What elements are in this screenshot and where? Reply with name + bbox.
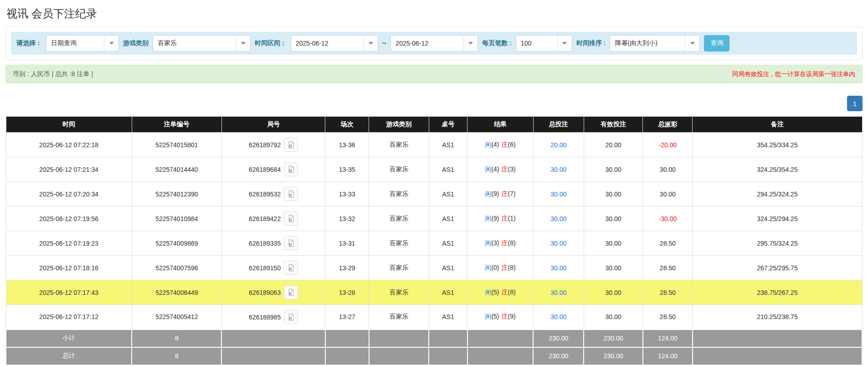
query-mode-select[interactable]: 日期查询 <box>46 35 119 52</box>
cell-time: 2025-06-12 07:17:12 <box>6 305 132 330</box>
query-mode-label: 请选择： <box>16 39 42 47</box>
video-file-icon <box>287 165 295 173</box>
cell-remark: 324.25/354.25 <box>693 157 862 182</box>
video-replay-button[interactable] <box>284 236 298 250</box>
summary-label: 总计 <box>6 347 132 365</box>
video-replay-button[interactable] <box>284 187 298 201</box>
cell-time: 2025-06-12 07:18:16 <box>6 256 132 280</box>
cell-total-bet: 20.00 <box>533 133 584 157</box>
page: 视讯 会员下注纪录 请选择： 日期查询 游戏类别 百家乐 时间区间： 2025-… <box>0 0 868 366</box>
table-row: 2025-06-12 07:17:12 522574005412 6261889… <box>6 305 862 330</box>
round-id-value: 626189335 <box>249 240 281 247</box>
cell-time: 2025-06-12 07:21:34 <box>6 157 132 182</box>
cell-valid-bet: 30.00 <box>584 305 643 330</box>
video-replay-button[interactable] <box>284 285 298 299</box>
page-number-button[interactable]: 1 <box>847 96 863 111</box>
result-banker-score: (8) <box>508 289 516 296</box>
table-row: 2025-06-12 07:19:56 522574010984 6261894… <box>6 206 862 231</box>
header-result: 结果 <box>467 117 534 133</box>
result-banker-score: (6) <box>508 141 516 148</box>
result-banker-label: 庄 <box>502 264 508 271</box>
table-header: 时间 注单编号 局号 场次 游戏类别 桌号 结果 总投注 有效投注 总派彩 备注 <box>6 117 862 133</box>
table-row: 2025-06-12 07:22:18 522574015801 6261897… <box>6 133 862 157</box>
filter-panel: 请选择： 日期查询 游戏类别 百家乐 时间区间： 2025-06-12 ~ 20… <box>5 26 863 60</box>
result-player-label: 闲 <box>485 264 491 271</box>
cell-bet-id: 522574012390 <box>132 182 221 206</box>
cell-payout: 28.50 <box>643 256 693 280</box>
video-replay-button[interactable] <box>284 261 298 275</box>
result-player-label: 闲 <box>485 190 491 197</box>
cell-total-bet: 30.00 <box>533 256 584 280</box>
chevron-down-icon[interactable] <box>557 36 572 51</box>
cell-valid-bet: 30.00 <box>584 182 643 206</box>
pagination: 1 <box>5 96 863 111</box>
video-replay-button[interactable] <box>284 310 298 324</box>
cell-remark: 324.25/294.25 <box>693 206 862 231</box>
cell-total-bet: 30.00 <box>533 182 584 206</box>
summary-count: 8 <box>132 330 221 347</box>
cell-result: 闲(9)庄(7) <box>467 182 534 206</box>
game-type-select[interactable]: 百家乐 <box>153 35 251 52</box>
video-file-icon <box>287 190 295 198</box>
chevron-down-icon[interactable] <box>463 36 478 51</box>
result-player-score: (4) <box>491 165 499 173</box>
cell-session: 13-33 <box>325 182 369 206</box>
cell-remark: 354.25/334.25 <box>693 133 862 157</box>
cell-table-no: AS1 <box>429 256 467 280</box>
result-player-score: (5) <box>491 313 499 320</box>
video-replay-button[interactable] <box>284 138 298 152</box>
cell-table-no: AS1 <box>429 280 467 305</box>
currency-total-summary: 币别 : 人民币 | 总共 :8 注单 | <box>13 70 93 78</box>
header-total-bet: 总投注 <box>533 117 584 133</box>
cell-round-id: 626188985 <box>221 305 325 330</box>
search-button[interactable]: 查询 <box>704 35 729 52</box>
per-page-select[interactable]: 100 <box>516 35 572 52</box>
table-footer: 小计 8 230.00 230.00 124.00 总计 8 230.00 23… <box>6 330 862 365</box>
per-page-value: 100 <box>516 40 557 47</box>
header-game-type: 游戏类别 <box>369 117 429 133</box>
round-id-value: 626188985 <box>249 313 281 320</box>
summary-total-bet: 230.00 <box>533 330 584 347</box>
cell-total-bet: 30.00 <box>533 305 584 330</box>
result-player-label: 闲 <box>485 239 491 247</box>
header-valid-bet: 有效投注 <box>584 117 643 133</box>
cell-time: 2025-06-12 07:20:34 <box>6 182 132 206</box>
cell-game-type: 百家乐 <box>369 280 429 305</box>
header-payout: 总派彩 <box>643 117 693 133</box>
result-player-score: (4) <box>491 141 499 148</box>
result-banker-label: 庄 <box>502 313 508 320</box>
date-to-select[interactable]: 2025-06-12 <box>390 35 478 52</box>
result-player-score: (0) <box>491 264 499 271</box>
range-separator: ~ <box>382 39 386 47</box>
cell-payout: -30.00 <box>643 206 693 231</box>
betting-records-table: 时间 注单编号 局号 场次 游戏类别 桌号 结果 总投注 有效投注 总派彩 备注… <box>5 116 863 366</box>
chevron-down-icon[interactable] <box>104 36 118 51</box>
cell-payout: 28.50 <box>643 305 693 330</box>
result-player-label: 闲 <box>485 141 491 148</box>
cell-bet-id: 522574007596 <box>132 256 221 280</box>
video-replay-button[interactable] <box>284 162 298 176</box>
cell-session: 13-29 <box>325 256 369 280</box>
video-replay-button[interactable] <box>284 211 298 226</box>
sort-order-select[interactable]: 降幂(由大到小) <box>610 35 700 52</box>
cell-bet-id: 522574006449 <box>132 280 221 305</box>
header-remark: 备注 <box>693 117 862 133</box>
cell-round-id: 626189150 <box>221 256 325 280</box>
chevron-down-icon[interactable] <box>685 36 699 51</box>
cell-valid-bet: 20.00 <box>584 133 643 157</box>
chevron-down-icon[interactable] <box>236 36 250 51</box>
chevron-down-icon[interactable] <box>363 36 378 51</box>
cell-bet-id: 522574015801 <box>132 133 221 157</box>
cell-valid-bet: 30.00 <box>584 280 643 305</box>
cell-valid-bet: 30.00 <box>584 157 643 182</box>
summary-count: 8 <box>132 347 221 365</box>
cell-total-bet: 30.00 <box>533 280 584 305</box>
sort-order-label: 时间排序 : <box>576 39 606 47</box>
table-row: 2025-06-12 07:21:34 522574014440 6261896… <box>6 157 862 182</box>
round-id-value: 626189684 <box>249 166 281 173</box>
result-player-score: (3) <box>491 239 499 247</box>
summary-valid-bet: 230.00 <box>584 347 643 365</box>
cell-game-type: 百家乐 <box>369 133 429 157</box>
result-banker-label: 庄 <box>502 165 508 173</box>
date-from-select[interactable]: 2025-06-12 <box>291 35 378 52</box>
